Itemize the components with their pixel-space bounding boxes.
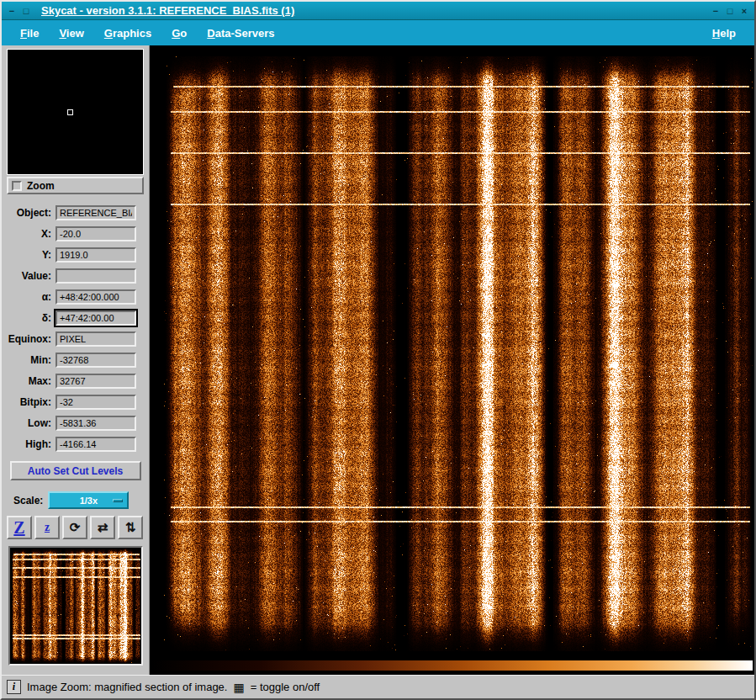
value-label: Value: <box>3 270 56 282</box>
zoom-label: Zoom <box>27 180 55 192</box>
colorbar[interactable] <box>151 660 753 671</box>
y-label: Y: <box>3 249 56 261</box>
zoom-toggle-row: Zoom <box>7 177 144 194</box>
menu-graphics[interactable]: Graphics <box>94 24 161 43</box>
zoom-out-button[interactable]: z <box>34 516 60 539</box>
window-title: Skycat - version 3.1.1: REFERENCE_BIAS.f… <box>41 4 707 17</box>
field-row-object: Object: <box>2 202 149 223</box>
status-message: Image Zoom: magnified section of image. <box>27 681 227 693</box>
low-field[interactable] <box>56 416 136 431</box>
field-row-equinox: Equinox: <box>2 328 149 349</box>
max-label: Max: <box>3 375 56 387</box>
x-field[interactable] <box>56 226 136 241</box>
high-label: High: <box>3 438 56 450</box>
pan-window[interactable] <box>7 49 144 175</box>
menu-view[interactable]: View <box>49 24 93 43</box>
menu-help[interactable]: Help <box>702 24 746 43</box>
scale-option-menu[interactable]: 1/3x <box>48 491 129 509</box>
field-row-high: High: <box>2 433 149 454</box>
ra-field[interactable] <box>56 289 136 305</box>
titlebar[interactable]: − □ Skycat - version 3.1.1: REFERENCE_BI… <box>2 2 754 20</box>
thumbnail-panel[interactable] <box>8 546 143 666</box>
equinox-field[interactable] <box>56 331 136 347</box>
info-icon: i <box>7 680 21 694</box>
object-label: Object: <box>3 207 56 219</box>
window-menu-icon[interactable]: − <box>6 5 18 17</box>
field-row-value: Value: <box>2 265 149 286</box>
scale-value: 1/3x <box>80 496 98 506</box>
zoom-checkbox[interactable] <box>12 181 22 191</box>
field-row-dec: δ: <box>2 307 149 328</box>
menu-go[interactable]: Go <box>161 24 197 43</box>
zoom-in-button[interactable]: Z <box>7 516 32 539</box>
zoom-window-icon: ▦ <box>233 681 244 693</box>
min-label: Min: <box>3 354 56 366</box>
maximize-icon[interactable]: □ <box>724 5 736 17</box>
skycat-window: − □ Skycat - version 3.1.1: REFERENCE_BI… <box>0 0 756 700</box>
close-icon[interactable]: × <box>738 5 750 17</box>
control-panel: Zoom Object: X: Y: Value: α: <box>2 45 150 675</box>
low-label: Low: <box>3 417 56 429</box>
delta-label: δ: <box>3 312 56 324</box>
field-row-x: X: <box>2 223 149 244</box>
min-field[interactable] <box>56 353 136 368</box>
rotate-icon[interactable]: ⟳ <box>62 516 87 539</box>
value-field[interactable] <box>56 268 136 284</box>
option-menu-indicator <box>113 499 123 502</box>
bitpix-label: Bitpix: <box>3 396 56 408</box>
toggle-hint: = toggle on/off <box>251 681 320 693</box>
menubar: File View Graphics Go Data-Servers Help <box>2 20 754 45</box>
object-field[interactable] <box>56 205 136 220</box>
field-row-ra: α: <box>2 286 149 307</box>
y-field[interactable] <box>56 247 136 262</box>
info-fields: Object: X: Y: Value: α: δ: <box>2 202 149 454</box>
pan-marker[interactable] <box>67 109 73 115</box>
window-shade-icon[interactable]: □ <box>20 5 32 17</box>
statusbar: i Image Zoom: magnified section of image… <box>2 675 754 698</box>
scale-row: Scale: 1/3x <box>7 491 149 509</box>
field-row-y: Y: <box>2 244 149 265</box>
auto-set-cut-levels-button[interactable]: Auto Set Cut Levels <box>10 461 141 480</box>
high-field[interactable] <box>56 437 136 452</box>
field-row-low: Low: <box>2 412 149 433</box>
flip-vertical-icon[interactable]: ⇅ <box>118 516 143 539</box>
tool-buttons: Z z ⟳ ⇄ ⇅ <box>7 516 149 539</box>
field-row-bitpix: Bitpix: <box>2 391 149 412</box>
equinox-label: Equinox: <box>3 333 56 345</box>
thumbnail-canvas[interactable] <box>11 549 140 663</box>
minimize-icon[interactable]: − <box>710 5 722 17</box>
main-image-canvas[interactable] <box>164 56 753 651</box>
flip-horizontal-icon[interactable]: ⇄ <box>90 516 115 539</box>
alpha-label: α: <box>3 291 56 303</box>
field-row-max: Max: <box>2 370 149 391</box>
max-field[interactable] <box>56 374 136 389</box>
field-row-min: Min: <box>2 349 149 370</box>
scale-label: Scale: <box>13 495 43 506</box>
bitpix-field[interactable] <box>56 395 136 410</box>
menu-data-servers[interactable]: Data-Servers <box>197 24 284 43</box>
menu-file[interactable]: File <box>10 24 49 43</box>
image-display-area[interactable] <box>150 45 754 675</box>
x-label: X: <box>3 228 56 240</box>
dec-field[interactable] <box>56 310 136 326</box>
